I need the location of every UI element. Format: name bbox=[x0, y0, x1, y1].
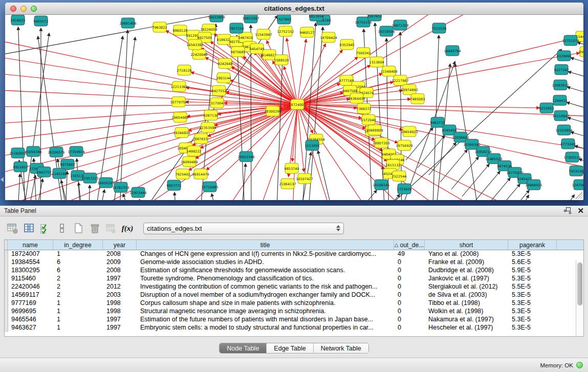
network-node[interactable]: 2803144 bbox=[216, 73, 231, 83]
table-mode-icon[interactable] bbox=[5, 221, 20, 235]
network-node[interactable]: 8454749 bbox=[250, 43, 265, 54]
network-node[interactable]: 8957982 bbox=[579, 47, 583, 57]
network-node[interactable]: 16033809 bbox=[208, 15, 225, 22]
network-node[interactable]: 1588520 bbox=[274, 55, 289, 65]
network-node[interactable]: 5498222 bbox=[187, 146, 202, 156]
network-node[interactable]: 7963822 bbox=[153, 22, 167, 32]
network-node[interactable]: 5467410 bbox=[238, 32, 253, 42]
network-node[interactable]: 1145194 bbox=[52, 168, 67, 179]
network-node[interactable]: 22420046 bbox=[190, 49, 207, 59]
network-node[interactable]: 2718126 bbox=[177, 65, 192, 75]
network-node[interactable]: 25160850 bbox=[9, 148, 26, 158]
function-builder-icon[interactable]: f(x) bbox=[120, 221, 135, 235]
network-node[interactable]: 16543382 bbox=[186, 39, 203, 50]
network-node[interactable]: 2522544 bbox=[392, 171, 407, 181]
network-node[interactable]: 7485083 bbox=[410, 94, 425, 104]
network-node[interactable]: 16210643 bbox=[552, 111, 569, 121]
network-node[interactable]: 10653287 bbox=[242, 15, 259, 23]
table-row[interactable]: 1938455462009Genome-wide association stu… bbox=[5, 258, 583, 267]
network-node[interactable]: 14704424 bbox=[320, 32, 337, 42]
network-node[interactable]: 12213363 bbox=[170, 81, 187, 92]
window-titlebar[interactable]: citations_edges.txt bbox=[5, 3, 583, 15]
network-node[interactable]: 11548408 bbox=[380, 66, 397, 76]
network-node[interactable]: 10688809 bbox=[366, 125, 383, 135]
network-node[interactable]: 9857771 bbox=[167, 180, 182, 190]
close-panel-icon[interactable]: ✕ bbox=[577, 207, 584, 214]
network-node[interactable]: 9227342 bbox=[554, 64, 569, 75]
network-node[interactable]: 6773340 bbox=[561, 139, 576, 149]
network-node[interactable]: 1733426 bbox=[397, 184, 412, 194]
network-node[interactable]: 17309119 bbox=[563, 152, 580, 162]
network-node[interactable]: 20206576 bbox=[48, 147, 64, 157]
network-node[interactable]: 12103654 bbox=[555, 125, 572, 135]
memory-status-icon[interactable] bbox=[576, 362, 583, 368]
network-node[interactable]: 8427552 bbox=[212, 85, 227, 96]
network-node[interactable]: 1527602 bbox=[277, 15, 292, 24]
network-node[interactable]: 1572040 bbox=[361, 115, 376, 125]
network-node[interactable]: 8860128 bbox=[173, 25, 188, 35]
row-height-icon[interactable] bbox=[54, 221, 70, 235]
network-graph[interactable]: 2803144842755212213363107797523170048267… bbox=[5, 15, 583, 200]
network-node[interactable]: 7857224 bbox=[229, 23, 244, 33]
network-node[interactable]: 7500342 bbox=[356, 48, 371, 58]
network-node[interactable]: 16782759 bbox=[112, 182, 129, 192]
network-node[interactable]: 887833 bbox=[194, 134, 208, 144]
table-row[interactable]: 946362711997Embryonic stem cells: a mode… bbox=[5, 324, 583, 332]
scrollbar-thumb[interactable] bbox=[577, 262, 582, 305]
network-node[interactable]: 12093832 bbox=[552, 80, 569, 90]
create-column-icon[interactable] bbox=[71, 221, 86, 235]
network-node[interactable]: 12923446 bbox=[129, 187, 146, 198]
network-node[interactable]: 14671358 bbox=[391, 20, 408, 30]
resize-grip-icon[interactable] bbox=[576, 192, 582, 199]
network-node[interactable]: 2057652 bbox=[367, 15, 382, 21]
column-header-out_de[interactable]: △out_de... bbox=[394, 240, 425, 250]
network-node[interactable]: 16099489 bbox=[181, 157, 198, 167]
network-node[interactable]: 19654985 bbox=[171, 112, 188, 122]
network-node[interactable]: 10779752 bbox=[170, 97, 187, 107]
table-row[interactable]: 946554611997Estimation of the future num… bbox=[5, 316, 583, 324]
network-node[interactable]: 8215953 bbox=[539, 103, 554, 113]
table-selector-dropdown[interactable]: citations_edges.txt bbox=[143, 223, 344, 234]
network-node[interactable]: 19654923 bbox=[401, 126, 418, 137]
network-node[interactable]: 18300295 bbox=[264, 106, 281, 116]
network-node[interactable]: 16648784 bbox=[444, 46, 461, 56]
network-node[interactable]: 9329966 bbox=[557, 51, 572, 61]
column-header-pagerank[interactable]: pagerank bbox=[508, 240, 557, 250]
column-header-name[interactable]: name bbox=[8, 240, 53, 250]
network-node[interactable]: 15751074 bbox=[562, 35, 579, 46]
network-node[interactable]: 7919190 bbox=[569, 166, 583, 176]
network-node[interactable]: 1244415 bbox=[553, 95, 568, 105]
table-row[interactable]: 1830029562008Estimation of significance … bbox=[5, 267, 583, 275]
network-node[interactable]: 19756928 bbox=[396, 140, 412, 150]
table-row[interactable]: 1456911722003Disruption of a novel membe… bbox=[5, 291, 583, 299]
network-node[interactable]: 12353594 bbox=[199, 122, 216, 133]
network-node[interactable]: 9975887 bbox=[60, 159, 75, 169]
delete-table-icon[interactable] bbox=[103, 221, 119, 235]
table-row[interactable]: 969969511998Structural magnetic resonanc… bbox=[5, 308, 583, 316]
tab-node-table[interactable]: Node Table bbox=[220, 343, 267, 353]
network-node[interactable]: 9460127 bbox=[300, 27, 315, 37]
tab-edge-table[interactable]: Edge Table bbox=[267, 343, 313, 353]
table-row[interactable]: 911546021997Tourette syndrome. Phenomeno… bbox=[5, 275, 583, 283]
network-node[interactable]: 18724007 bbox=[289, 99, 306, 110]
network-node[interactable]: 10966915 bbox=[525, 180, 542, 190]
network-node[interactable]: 10107427 bbox=[296, 173, 313, 184]
network-node[interactable]: 11543947 bbox=[255, 29, 272, 39]
network-node[interactable]: 8915957 bbox=[13, 162, 28, 172]
network-node[interactable]: 24364436 bbox=[348, 93, 365, 103]
network-node[interactable]: 2942757 bbox=[37, 167, 52, 177]
network-node[interactable]: 1513455 bbox=[305, 140, 320, 150]
delete-column-icon[interactable] bbox=[87, 221, 102, 235]
table-row[interactable]: 2242004622012Investigating the contribut… bbox=[5, 283, 583, 291]
network-node[interactable]: 9242848 bbox=[218, 58, 233, 69]
network-node[interactable]: 7515526 bbox=[432, 23, 447, 33]
network-node[interactable]: 15718485 bbox=[201, 182, 218, 192]
column-header-in_degree[interactable]: in_degree bbox=[53, 240, 103, 250]
network-node[interactable]: 20691406 bbox=[119, 18, 136, 28]
network-canvas[interactable]: 2803144842755212213363107797523170048267… bbox=[5, 15, 583, 200]
network-node[interactable]: 7625402 bbox=[176, 169, 190, 179]
network-node[interactable]: 21064137 bbox=[279, 179, 296, 189]
network-node[interactable]: 317004 bbox=[210, 98, 224, 108]
network-node[interactable]: 18807203 bbox=[373, 138, 389, 148]
network-node[interactable]: 16914479 bbox=[192, 169, 209, 179]
